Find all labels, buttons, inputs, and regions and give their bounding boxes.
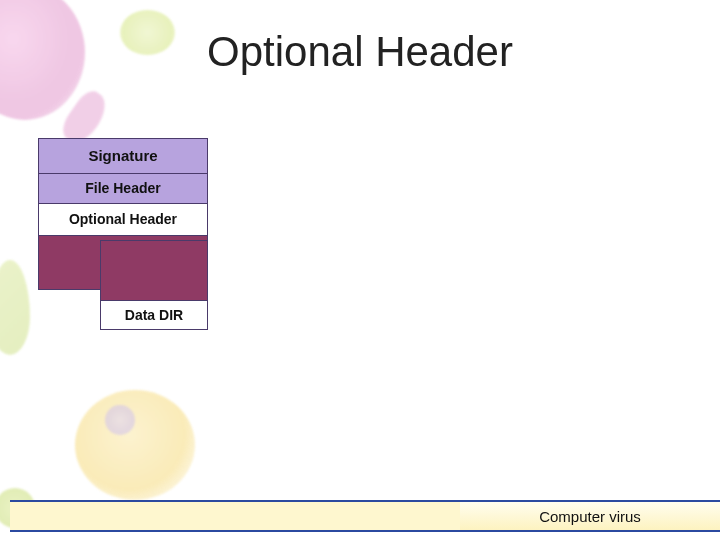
footer-bar: Computer virus	[10, 500, 720, 532]
segment-file-header: File Header	[38, 174, 208, 204]
footer-label: Computer virus	[460, 500, 720, 532]
balloon-green-side	[0, 260, 30, 355]
footer-spacer	[10, 500, 460, 532]
slide-title: Optional Header	[0, 28, 720, 76]
balloon-yellow-icon	[75, 390, 195, 500]
segment-data-directory: Data DIR	[100, 240, 208, 330]
segment-signature: Signature	[38, 138, 208, 174]
segment-optional-header: Optional Header	[38, 204, 208, 236]
pe-header-diagram: Signature File Header Optional Header Da…	[38, 138, 208, 290]
balloon-lavender-icon	[105, 405, 135, 435]
segment-data-directory-label: Data DIR	[101, 300, 207, 329]
